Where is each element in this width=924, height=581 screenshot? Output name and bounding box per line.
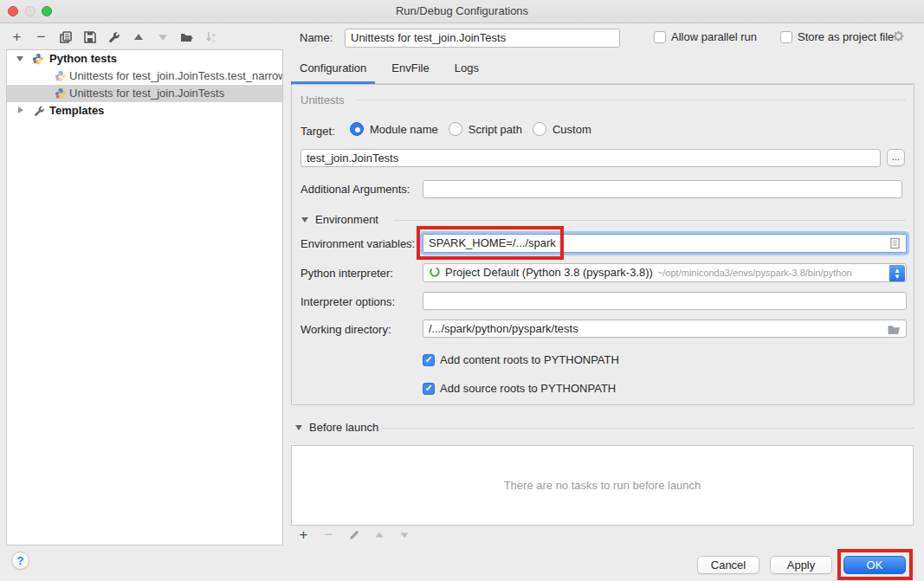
move-task-up-icon[interactable]: [372, 529, 385, 542]
conda-env-icon: [429, 266, 441, 282]
tab-configuration[interactable]: Configuration: [300, 61, 366, 83]
add-content-roots-checkbox[interactable]: ✓ Add content roots to PYTHONPATH: [423, 353, 619, 366]
svg-text:z: z: [212, 38, 215, 43]
before-launch-title[interactable]: Before launch: [309, 421, 378, 434]
radio-script-path-label[interactable]: Script path: [468, 123, 522, 136]
radio-module-name-label[interactable]: Module name: [370, 123, 438, 136]
working-directory-value: /.../spark/python/pyspark/tests: [429, 322, 578, 335]
python-icon: [32, 53, 44, 65]
add-source-roots-label: Add source roots to PYTHONPATH: [440, 382, 616, 395]
tree-item-label: Python tests: [49, 50, 117, 68]
edit-templates-wrench-icon[interactable]: [107, 31, 120, 44]
additional-arguments-label: Additional Arguments:: [300, 183, 410, 196]
python-test-icon: [55, 87, 67, 100]
allow-parallel-run-label: Allow parallel run: [671, 30, 757, 43]
browse-target-button[interactable]: ...: [887, 149, 905, 166]
chevron-down-icon[interactable]: [16, 56, 23, 61]
checkbox-icon[interactable]: [780, 31, 792, 43]
environment-variables-label: Environment variables:: [300, 237, 415, 250]
copy-configuration-icon[interactable]: [59, 31, 72, 44]
add-content-roots-label: Add content roots to PYTHONPATH: [440, 353, 619, 366]
gear-icon[interactable]: [892, 29, 905, 45]
run-debug-configurations-dialog: { "window": { "title": "Run/Debug Config…: [0, 0, 924, 581]
help-button[interactable]: ?: [11, 552, 29, 570]
remove-configuration-icon[interactable]: −: [35, 31, 48, 44]
tree-item-label: Unittests for test_join.JoinTests.test_n…: [69, 68, 282, 85]
environment-separator: [394, 220, 906, 221]
new-folder-icon[interactable]: [180, 31, 193, 44]
move-up-icon[interactable]: [132, 31, 145, 44]
radio-script-path[interactable]: [449, 122, 462, 136]
name-label: Name:: [300, 31, 333, 44]
tree-item-unittest-narrow[interactable]: Unittests for test_join.JoinTests.test_n…: [7, 68, 282, 85]
tree-item-python-tests[interactable]: Python tests: [7, 50, 282, 68]
checkbox-checked-icon[interactable]: ✓: [423, 354, 435, 366]
configurations-tree: Python tests Unittests for test_join.Joi…: [6, 49, 283, 545]
additional-arguments-input[interactable]: [423, 180, 902, 198]
before-launch-tasks-list: There are no tasks to run before launch: [291, 445, 914, 526]
edit-variables-icon[interactable]: [889, 237, 901, 253]
window-title: Run/Debug Configurations: [0, 4, 924, 17]
chevron-right-icon[interactable]: [18, 107, 23, 113]
configurations-sidebar: + − az Python tests: [0, 23, 291, 581]
python-interpreter-label: Python interpreter:: [300, 267, 393, 280]
allow-parallel-run-checkbox[interactable]: Allow parallel run: [654, 30, 757, 43]
move-task-down-icon[interactable]: [397, 529, 410, 542]
before-launch-collapse-icon[interactable]: [295, 425, 302, 430]
move-down-icon[interactable]: [156, 31, 169, 44]
target-label: Target:: [300, 125, 335, 138]
python-test-icon: [55, 70, 67, 82]
edit-task-pencil-icon[interactable]: [347, 529, 360, 542]
before-launch-separator: [381, 428, 914, 429]
environment-section-title[interactable]: Environment: [315, 213, 378, 226]
python-interpreter-path: ~/opt/miniconda3/envs/pyspark-3.8/bin/py…: [657, 268, 852, 278]
add-task-icon[interactable]: +: [297, 529, 310, 542]
highlight-box-ok-button: [837, 549, 913, 580]
working-directory-label: Working directory:: [300, 323, 391, 336]
folder-icon[interactable]: [888, 323, 901, 338]
tree-item-templates[interactable]: Templates: [7, 102, 282, 119]
checkbox-checked-icon[interactable]: ✓: [423, 383, 435, 395]
highlight-box-env-vars: [417, 226, 564, 260]
dropdown-arrows-icon[interactable]: ▲▼: [889, 265, 905, 282]
svg-text:a: a: [212, 32, 216, 37]
interpreter-options-input[interactable]: [423, 292, 907, 310]
python-interpreter-select[interactable]: Project Default (Python 3.8 (pyspark-3.8…: [423, 263, 907, 282]
wrench-icon: [34, 105, 46, 117]
group-separator: [356, 100, 906, 100]
configurations-toolbar: + − az: [10, 29, 217, 45]
tab-logs[interactable]: Logs: [455, 61, 479, 83]
title-bar: Run/Debug Configurations: [0, 0, 924, 23]
tab-envfile[interactable]: EnvFile: [391, 61, 429, 83]
radio-module-name-selected[interactable]: [350, 122, 364, 136]
save-configuration-icon[interactable]: [83, 31, 96, 44]
name-input[interactable]: Unittests for test_join.JoinTests: [345, 29, 620, 48]
environment-collapse-icon[interactable]: [301, 217, 308, 223]
interpreter-options-label: Interpreter options:: [300, 295, 395, 308]
add-source-roots-checkbox[interactable]: ✓ Add source roots to PYTHONPATH: [423, 382, 616, 395]
target-radio-group: Module name Script path Custom: [350, 122, 591, 136]
unittests-settings-panel: Unittests Target: Module name Script pat…: [291, 84, 914, 405]
remove-task-icon[interactable]: −: [322, 529, 335, 542]
tree-item-label: Templates: [49, 102, 104, 119]
python-interpreter-value: Project Default (Python 3.8 (pyspark-3.8…: [445, 266, 653, 279]
configuration-editor: Name: Unittests for test_join.JoinTests …: [291, 23, 924, 581]
cancel-button[interactable]: Cancel: [697, 556, 759, 574]
tree-item-label: Unittests for test_join.JoinTests: [69, 85, 224, 102]
target-input[interactable]: test_join.JoinTests: [300, 149, 881, 167]
add-configuration-icon[interactable]: +: [10, 31, 23, 44]
working-directory-input[interactable]: /.../spark/python/pyspark/tests: [423, 320, 907, 338]
unittests-group-title: Unittests: [300, 94, 345, 107]
apply-button[interactable]: Apply: [770, 556, 832, 574]
store-as-project-file-checkbox[interactable]: Store as project file: [780, 30, 894, 43]
before-launch-toolbar: + −: [297, 528, 410, 542]
sort-configurations-icon[interactable]: az: [204, 31, 217, 44]
radio-custom[interactable]: [533, 122, 546, 136]
radio-custom-label[interactable]: Custom: [552, 123, 591, 136]
tree-item-unittest-jointests-selected[interactable]: Unittests for test_join.JoinTests: [7, 85, 282, 102]
tab-strip: Configuration EnvFile Logs: [300, 61, 479, 83]
store-as-project-file-label: Store as project file: [798, 30, 894, 43]
checkbox-icon[interactable]: [654, 31, 666, 43]
no-tasks-message: There are no tasks to run before launch: [504, 479, 701, 492]
